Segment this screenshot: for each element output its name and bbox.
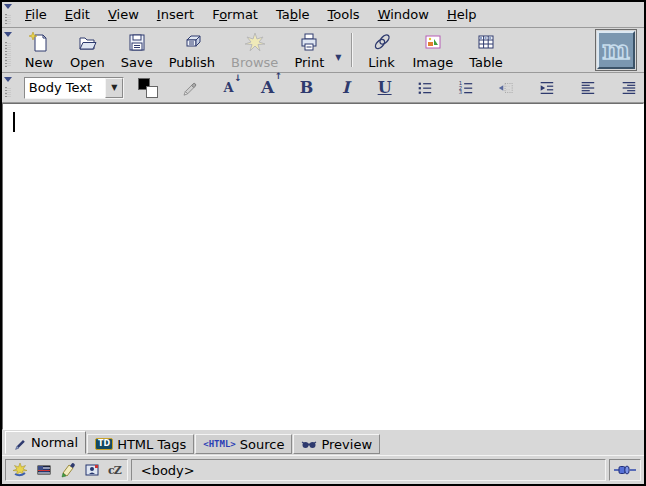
tab-html-tags-label: HTML Tags: [117, 437, 186, 452]
menu-file[interactable]: File: [18, 5, 54, 24]
italic-icon: I: [342, 80, 349, 96]
align-right-icon: [620, 78, 638, 98]
new-button[interactable]: New: [16, 28, 62, 73]
italic-button[interactable]: I: [336, 76, 356, 100]
smaller-font-icon: A↓: [224, 81, 234, 94]
open-folder-icon: [76, 31, 98, 53]
align-right-button[interactable]: [618, 76, 640, 100]
indent-button[interactable]: [536, 76, 558, 100]
toolbar-grippy[interactable]: [3, 3, 14, 26]
underline-icon: U: [378, 80, 392, 96]
menu-window[interactable]: Window: [371, 5, 436, 24]
address-book-icon[interactable]: [84, 462, 100, 478]
image-label: Image: [413, 55, 454, 70]
image-icon: [422, 31, 444, 53]
print-dropdown-arrow[interactable]: ▼: [332, 53, 344, 62]
link-label: Link: [368, 55, 395, 70]
menu-table[interactable]: Table: [269, 5, 317, 24]
menu-edit[interactable]: Edit: [58, 5, 97, 24]
composer-icon[interactable]: [60, 462, 76, 478]
format-toolbar: Body Text ▼ A↓ A↑ B: [2, 73, 644, 103]
link-button[interactable]: Link: [359, 28, 405, 73]
composer-window: File Edit View Insert Format Table Tools…: [0, 0, 646, 486]
menu-tools[interactable]: Tools: [321, 5, 367, 24]
highlight-color-button[interactable]: [178, 76, 200, 100]
tab-normal[interactable]: Normal: [5, 431, 86, 454]
combo-dropdown-arrow[interactable]: ▼: [105, 78, 123, 98]
print-label: Print: [294, 55, 324, 70]
menu-insert[interactable]: Insert: [150, 5, 201, 24]
background-color-swatch[interactable]: [146, 86, 158, 98]
td-tag-icon: TD: [95, 438, 113, 450]
pen-icon: [13, 436, 27, 450]
table-icon: [475, 31, 497, 53]
statusbar: cZ <body>: [2, 455, 644, 484]
text-caret: [13, 112, 15, 132]
component-bar: cZ: [5, 459, 128, 481]
larger-font-icon: A↑: [261, 79, 274, 96]
mozilla-throbber[interactable]: m: [597, 31, 635, 69]
paragraph-style-value: Body Text: [25, 78, 105, 98]
publish-icon: [181, 31, 203, 53]
publish-button[interactable]: Publish: [161, 28, 223, 73]
toolbar-separator: [351, 33, 353, 67]
tab-source[interactable]: <HTML> Source: [195, 434, 292, 454]
indent-icon: [538, 78, 556, 98]
align-left-icon: [579, 78, 597, 98]
chatzilla-icon[interactable]: cZ: [108, 464, 121, 477]
tab-preview-label: Preview: [321, 437, 372, 452]
tab-normal-label: Normal: [31, 435, 78, 450]
publish-label: Publish: [169, 55, 215, 70]
mail-icon[interactable]: [36, 462, 52, 478]
menu-help[interactable]: Help: [440, 5, 484, 24]
document-edit-area[interactable]: [2, 103, 644, 430]
toolbar-grippy[interactable]: [3, 76, 13, 99]
bullet-list-icon: [416, 78, 434, 98]
element-path-panel: <body>: [131, 459, 606, 481]
highlighter-pen-icon: [180, 78, 198, 98]
html-source-icon: <HTML>: [203, 439, 236, 449]
bold-button[interactable]: B: [297, 76, 317, 100]
print-icon: [298, 31, 320, 53]
toolbar-grippy[interactable]: [3, 31, 14, 69]
numbered-list-button[interactable]: 1 2 3: [455, 76, 477, 100]
save-floppy-icon: [126, 31, 148, 53]
save-button[interactable]: Save: [113, 28, 161, 73]
outdent-button[interactable]: [495, 76, 517, 100]
align-left-button[interactable]: [577, 76, 599, 100]
tab-html-tags[interactable]: TD HTML Tags: [87, 434, 194, 454]
underline-button[interactable]: U: [375, 76, 395, 100]
tab-source-label: Source: [240, 437, 285, 452]
menu-view[interactable]: View: [101, 5, 146, 24]
save-label: Save: [121, 55, 153, 70]
open-button[interactable]: Open: [62, 28, 113, 73]
menubar: File Edit View Insert Format Table Tools…: [2, 2, 644, 28]
outdent-icon: [497, 78, 515, 98]
paragraph-style-select[interactable]: Body Text ▼: [24, 77, 124, 99]
bold-icon: B: [300, 80, 314, 96]
browse-button[interactable]: Browse: [223, 28, 286, 73]
online-status-panel: [609, 459, 641, 481]
online-plug-icon[interactable]: [614, 463, 636, 477]
open-label: Open: [70, 55, 105, 70]
new-label: New: [25, 55, 53, 70]
table-button[interactable]: Table: [461, 28, 511, 73]
print-button[interactable]: Print: [286, 28, 332, 73]
browse-label: Browse: [231, 55, 278, 70]
link-icon: [371, 31, 393, 53]
table-label: Table: [469, 55, 503, 70]
navigator-icon[interactable]: [12, 462, 28, 478]
main-toolbar: New Open Save: [2, 28, 644, 73]
new-page-icon: [28, 31, 50, 53]
menu-format[interactable]: Format: [205, 5, 265, 24]
tab-preview[interactable]: Preview: [293, 434, 380, 454]
image-button[interactable]: Image: [405, 28, 462, 73]
mozilla-m-glyph: m: [602, 37, 630, 63]
numbered-list-icon: 1 2 3: [457, 78, 475, 98]
browse-icon: [244, 31, 266, 53]
smaller-font-button[interactable]: A↓: [219, 76, 239, 100]
element-path-text: <body>: [141, 463, 195, 478]
bullet-list-button[interactable]: [414, 76, 436, 100]
larger-font-button[interactable]: A↑: [258, 76, 278, 100]
text-color-picker[interactable]: [137, 77, 158, 99]
